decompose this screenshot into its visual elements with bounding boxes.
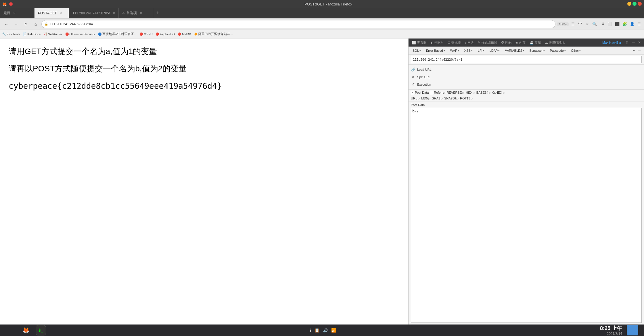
search-icon[interactable]: 🔍 — [591, 22, 598, 26]
addon-icon[interactable]: 🧩 — [622, 22, 628, 26]
encoder-url-arrow[interactable]: ▷ — [418, 97, 420, 100]
minimize-button[interactable] — [627, 2, 631, 6]
devtools-console[interactable]: ◧ 控制台 — [429, 41, 445, 45]
bookmark-msfu[interactable]: 🔴 MSFU — [139, 32, 153, 36]
encoder-hex[interactable]: HEX ▷ — [466, 91, 475, 94]
menu-bypasser-arrow: ▾ — [543, 49, 545, 52]
devtools-performance[interactable]: ⏱ 性能 — [500, 41, 513, 45]
encoder-hex-arrow[interactable]: ▷ — [473, 91, 475, 94]
encoder-referrer-checkbox[interactable] — [430, 91, 433, 94]
inspector-icon: ⬜ — [412, 41, 416, 45]
encoder-0xhex-arrow[interactable]: ▷ — [503, 91, 505, 94]
profile-icon[interactable]: 👤 — [629, 22, 635, 26]
menu-bypasser[interactable]: Bypasser ▾ — [527, 48, 547, 53]
tab-1-close[interactable]: ✕ — [13, 11, 16, 15]
url-bar[interactable]: 🔒 111.200.241.244:62220/?a=1 — [41, 20, 555, 28]
devtools-style-editor[interactable]: ✎ 样式编辑器 — [477, 41, 498, 45]
encoder-sha1-arrow[interactable]: ▷ — [441, 97, 443, 100]
notification-badge[interactable] — [627, 325, 638, 335]
encoder-reverse-arrow[interactable]: ▷ — [462, 91, 465, 94]
devtools-memory[interactable]: ◉ 内存 — [514, 41, 527, 45]
encoder-md5[interactable]: MD5 ▷ — [421, 97, 431, 100]
window-controls — [627, 2, 642, 6]
devtools-storage[interactable]: 💾 存储 — [528, 41, 542, 45]
tabs-icon[interactable]: ⬛ — [614, 22, 620, 26]
tab-3-close[interactable]: ✕ — [113, 11, 115, 15]
devtools-accessibility[interactable]: ☁ 无障碍环境 — [544, 41, 566, 45]
menu-other[interactable]: Other ▾ — [569, 48, 583, 53]
bookmark-nethunter[interactable]: 🏹 NetHunter — [43, 32, 62, 36]
encoder-base64[interactable]: BASE64 ▷ — [476, 91, 491, 94]
shield-icon[interactable]: 🛡 — [577, 22, 583, 26]
back-button[interactable]: ← — [2, 20, 10, 28]
download-icon[interactable]: ⬇ — [601, 22, 605, 26]
encoder-base64-arrow[interactable]: ▷ — [489, 91, 491, 94]
bookmark-alibaba-mirror[interactable]: 🔶 阿里巴巴开源镜像站-O... — [194, 32, 233, 36]
hackbar-close-btn[interactable]: ✕ — [637, 41, 642, 45]
bookmark-kali-docs[interactable]: 📄 Kali Docs — [23, 32, 41, 36]
close-button[interactable] — [638, 2, 642, 6]
hackbar-url-input[interactable] — [411, 56, 642, 63]
devtools-debugger[interactable]: ⬡ 调试器 — [446, 41, 462, 45]
encoder-rot13[interactable]: ROT13 ▷ — [460, 97, 473, 100]
overflow-icon[interactable]: ☰ — [637, 22, 642, 26]
postdata-textarea[interactable]: b=2 — [411, 108, 642, 323]
action-execution[interactable]: ↺ Execution — [409, 81, 644, 88]
tab-2-close[interactable]: ✕ — [60, 11, 62, 15]
bookmark-exploit-db[interactable]: 🔴 Exploit-DB — [156, 32, 175, 36]
menu-passcode-label: Passcode — [550, 49, 564, 52]
menu-sql[interactable]: SQL ▾ — [410, 48, 423, 53]
dock-firefox[interactable]: 🦊 — [21, 325, 31, 335]
devtools-network[interactable]: ↕ 网络 — [464, 41, 475, 45]
nav-icons: ☰ 🛡 ☆ 🔍 — [570, 22, 598, 26]
encoder-reverse[interactable]: REVERSE ▷ — [447, 91, 465, 94]
tab-4-close[interactable]: ✕ — [140, 11, 142, 15]
menu-add-btn[interactable]: + — [632, 49, 636, 53]
bookmark-baidu-translate[interactable]: 🔵 百度翻译-200种语言互... — [98, 32, 137, 36]
dock-apple[interactable] — [6, 325, 16, 335]
maximize-button[interactable] — [632, 2, 637, 6]
forward-button[interactable]: → — [12, 20, 20, 28]
menu-variables-arrow: ▾ — [523, 49, 524, 52]
status-time: 8:25 上午 — [600, 325, 622, 332]
encoder-sha1[interactable]: SHA1 ▷ — [432, 97, 443, 100]
hamburger-menu[interactable]: ☰ — [570, 22, 576, 26]
encoder-url[interactable]: URL ▷ — [411, 97, 420, 100]
menu-variables[interactable]: VARIABLES ▾ — [503, 48, 526, 53]
hackbar-minimize-btn[interactable]: — — [631, 41, 636, 45]
tab-2[interactable]: POST&GET ✕ — [34, 8, 69, 18]
encoder-sha256[interactable]: SHA256 ▷ — [444, 97, 459, 100]
new-tab-button[interactable]: + — [153, 8, 162, 18]
hackbar-settings-btn[interactable]: ⚙ — [625, 41, 630, 45]
bookmark-offensive-security[interactable]: 🔴 Offensive Security — [65, 32, 95, 36]
encoder-post-data-checkbox[interactable]: ✓ — [411, 91, 414, 94]
encoder-referrer[interactable]: Referrer — [430, 91, 445, 94]
menu-remove-btn[interactable]: — — [637, 49, 642, 53]
dock-terminal[interactable]: $_ — [36, 325, 46, 335]
menu-lfi[interactable]: LFI ▾ — [476, 48, 487, 53]
tab-1[interactable]: 题目 ✕ — [0, 8, 34, 18]
home-button[interactable]: ⌂ — [32, 20, 40, 28]
encoder-sha256-arrow[interactable]: ▷ — [457, 97, 459, 100]
star-icon[interactable]: ☆ — [584, 22, 590, 26]
menu-xss[interactable]: XSS ▾ — [462, 48, 475, 53]
action-split-url[interactable]: ✕ Split URL — [409, 73, 644, 81]
menu-waf[interactable]: WAF ▾ — [448, 48, 461, 53]
menu-ldap[interactable]: LDAP ▾ — [487, 48, 502, 53]
tab-4[interactable]: ⚙ 首选项 ✕ — [119, 8, 153, 18]
action-load-url[interactable]: 🔗 Load URL — [409, 66, 644, 73]
tab-3[interactable]: 111.200.241.244:58705/ ✕ — [69, 8, 119, 18]
bookmark-ghdb[interactable]: 🔴 GHDB — [178, 32, 191, 36]
sidebar-icon[interactable]: ⬜ — [607, 22, 613, 26]
encoder-post-data[interactable]: ✓ Post Data — [411, 91, 429, 94]
encoder-md5-arrow[interactable]: ▷ — [428, 97, 431, 100]
menu-passcode[interactable]: Passcode ▾ — [548, 48, 568, 53]
encoder-rot13-arrow[interactable]: ▷ — [471, 97, 473, 100]
encoder-0xhex[interactable]: 0xHEX ▷ — [492, 91, 505, 94]
encoder-0xhex-label: 0xHEX — [492, 91, 502, 94]
devtools-inspector[interactable]: ⬜ 查看器 — [411, 41, 428, 45]
bookmark-kali-tools[interactable]: 🔧 Kali Tools — [2, 32, 20, 36]
menu-error-based[interactable]: Error Based ▾ — [424, 48, 447, 53]
reload-button[interactable]: ↻ — [22, 20, 30, 28]
menu-waf-arrow: ▾ — [458, 49, 459, 52]
